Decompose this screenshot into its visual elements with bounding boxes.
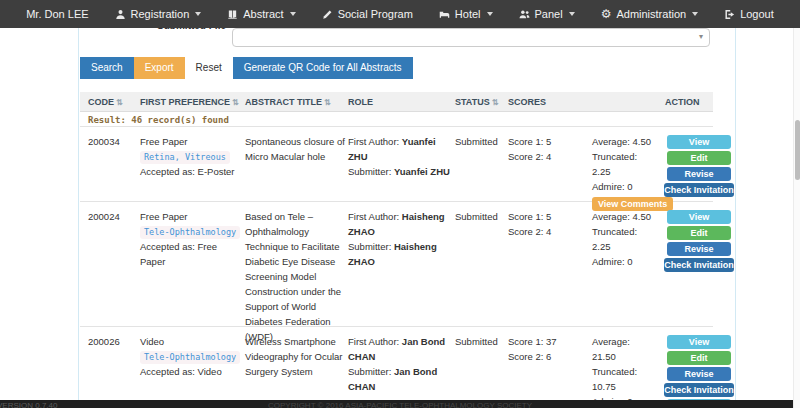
cell-status: Submitted	[455, 334, 505, 349]
sort-icon[interactable]: ⇅	[324, 98, 331, 107]
header-code: CODE⇅	[88, 97, 123, 107]
edit-button[interactable]: Edit	[667, 151, 731, 165]
book-icon	[227, 9, 238, 20]
nav-social-program[interactable]: Social Program	[322, 8, 413, 20]
table-row: 200024 Free Paper Tele-Ophthalmology Acc…	[80, 202, 713, 327]
pencil-icon	[322, 9, 333, 20]
pref-type: Free Paper	[140, 134, 243, 149]
accepted-as: Accepted as: Video	[140, 364, 243, 379]
nav-abstract-label: Abstract	[243, 8, 283, 20]
table-header: CODE⇅ FIRST PREFERENCE⇅ ABSTRACT TITLE⇅ …	[80, 92, 713, 112]
reset-button[interactable]: Reset	[185, 57, 233, 79]
cell-abstract-title: Spontaneous closure of Micro Macular hol…	[245, 134, 346, 164]
pref-tag: Tele-Ophthalmology	[140, 351, 240, 364]
cell-abstract-title: Based on Tele – Ophthalmology Technique …	[245, 209, 346, 344]
check-invitation-button[interactable]: Check Invitation	[664, 258, 734, 272]
cell-actions: View Edit Revise Check Invitation	[664, 135, 734, 199]
cell-first-preference: Free Paper Retina, Vitreous Accepted as:…	[140, 134, 243, 179]
cell-role: First Author: Jan Bond CHAN Submitter: J…	[348, 334, 451, 394]
chevron-down-icon	[290, 12, 296, 16]
top-navbar: Mr. Don LEE Registration Abstract Social…	[0, 0, 800, 28]
nav-registration-label: Registration	[131, 8, 190, 20]
nav-user-label: Mr. Don LEE	[26, 8, 88, 20]
header-scores: SCORES	[508, 97, 546, 107]
nav-panel-label: Panel	[535, 8, 563, 20]
nav-logout[interactable]: Logout	[724, 8, 774, 20]
cell-first-preference: Free Paper Tele-Ophthalmology Accepted a…	[140, 209, 243, 269]
view-button[interactable]: View	[667, 135, 731, 149]
cell-code: 200034	[88, 134, 138, 149]
sort-icon[interactable]: ⇅	[232, 98, 239, 107]
header-first-preference: FIRST PREFERENCE⇅	[140, 97, 239, 107]
accepted-as: Accepted as: Free Paper	[140, 239, 243, 269]
cell-role: First Author: Haisheng ZHAO Submitter: H…	[348, 209, 451, 269]
cell-scores: Score 1: 37 Score 2: 6	[508, 334, 590, 364]
nav-registration[interactable]: Registration	[115, 8, 202, 20]
pref-type: Free Paper	[140, 209, 243, 224]
bed-icon	[439, 9, 450, 20]
header-role: ROLE	[348, 97, 373, 107]
users-icon	[519, 9, 530, 20]
sort-icon[interactable]: ⇅	[492, 98, 499, 107]
search-button[interactable]: Search	[80, 57, 134, 79]
header-status: STATUS⇅	[455, 97, 498, 107]
user-icon	[115, 9, 126, 20]
nav-logout-label: Logout	[740, 8, 774, 20]
cell-actions: View Edit Revise Check Invitation View V…	[664, 335, 734, 408]
nav-administration[interactable]: ⚙ Administration	[601, 8, 698, 20]
accepted-as: Accepted as: E-Poster	[140, 164, 243, 179]
pref-tag: Retina, Vitreous	[140, 151, 230, 164]
cell-abstract-title: Wireless Smartphone Videography for Ocul…	[245, 334, 346, 379]
cell-first-preference: Video Tele-Ophthalmology Accepted as: Vi…	[140, 334, 243, 379]
sort-icon[interactable]: ⇅	[116, 98, 123, 107]
generate-qr-button[interactable]: Generate QR Code for All Abstracts	[233, 57, 413, 79]
edit-button[interactable]: Edit	[667, 226, 731, 240]
revise-button[interactable]: Revise	[667, 167, 731, 181]
nav-social-program-label: Social Program	[338, 8, 413, 20]
vertical-scrollbar[interactable]	[793, 28, 800, 408]
chevron-down-icon	[487, 12, 493, 16]
footer-bar: VERSION 0.7.40 COPYRIGHT © 2016 ASIA-PAC…	[0, 400, 800, 408]
export-button[interactable]: Export	[134, 57, 185, 79]
chevron-down-icon	[692, 12, 698, 16]
header-action: ACTION	[665, 97, 700, 107]
view-button[interactable]: View	[667, 210, 731, 224]
cell-status: Submitted	[455, 209, 505, 224]
select-caret-icon: ▾	[699, 32, 703, 41]
scrollbar-thumb[interactable]	[795, 120, 800, 180]
edit-button[interactable]: Edit	[667, 351, 731, 365]
cell-role: First Author: Yuanfei ZHU Submitter: Yua…	[348, 134, 451, 179]
submitted-file-select[interactable]: ▾	[232, 28, 710, 47]
header-abstract-title: ABSTRACT TITLE⇅	[245, 97, 331, 107]
cell-averages: Average: 21.50 Truncated: 10.75 Admire: …	[592, 334, 658, 408]
check-invitation-button[interactable]: Check Invitation	[664, 383, 734, 397]
cell-averages: Average: 4.50 Truncated: 2.25 Admire: 0	[592, 209, 658, 269]
copyright-text: COPYRIGHT © 2016 ASIA-PACIFIC TELE-OPHTH…	[0, 401, 800, 408]
toolbar: Search Export Reset Generate QR Code for…	[80, 57, 413, 79]
chevron-down-icon	[569, 12, 575, 16]
result-row: Result: 46 record(s) found	[80, 112, 713, 127]
chevron-down-icon	[195, 12, 201, 16]
check-invitation-button[interactable]: Check Invitation	[664, 183, 734, 197]
revise-button[interactable]: Revise	[667, 242, 731, 256]
pref-tag: Tele-Ophthalmology	[140, 226, 240, 239]
table-row: 200034 Free Paper Retina, Vitreous Accep…	[80, 127, 713, 202]
view-button[interactable]: View	[667, 335, 731, 349]
revise-button[interactable]: Revise	[667, 367, 731, 381]
cell-code: 200026	[88, 334, 138, 349]
pref-type: Video	[140, 334, 243, 349]
sign-out-icon	[724, 9, 735, 20]
nav-administration-label: Administration	[616, 8, 686, 20]
nav-user-name[interactable]: Mr. Don LEE	[26, 8, 88, 20]
cell-averages: Average: 4.50 Truncated: 2.25 Admire: 0 …	[592, 134, 658, 211]
nav-hotel[interactable]: Hotel	[439, 8, 493, 20]
nav-abstract[interactable]: Abstract	[227, 8, 295, 20]
nav-hotel-label: Hotel	[455, 8, 481, 20]
submitter-name: Yuanfei ZHU	[394, 166, 450, 177]
result-count: Result: 46 record(s) found	[88, 115, 229, 125]
cell-code: 200024	[88, 209, 138, 224]
gear-icon: ⚙	[601, 9, 612, 20]
cell-actions: View Edit Revise Check Invitation	[664, 210, 734, 274]
nav-panel[interactable]: Panel	[519, 8, 575, 20]
cell-scores: Score 1: 5 Score 2: 4	[508, 134, 590, 164]
